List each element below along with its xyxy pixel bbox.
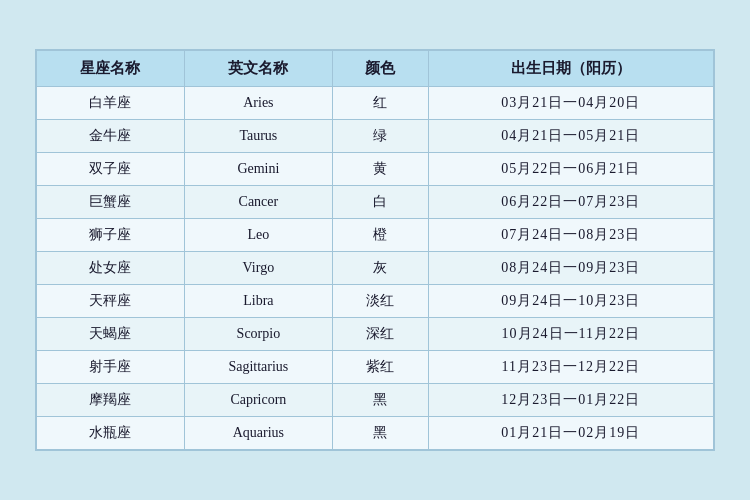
header-chinese-name: 星座名称 xyxy=(37,51,185,87)
dates-cell: 12月23日一01月22日 xyxy=(428,384,713,417)
color-cell: 灰 xyxy=(332,252,428,285)
color-cell: 淡红 xyxy=(332,285,428,318)
color-cell: 白 xyxy=(332,186,428,219)
dates-cell: 03月21日一04月20日 xyxy=(428,87,713,120)
english-name-cell: Aries xyxy=(184,87,332,120)
table-row: 狮子座Leo橙07月24日一08月23日 xyxy=(37,219,714,252)
chinese-name-cell: 天秤座 xyxy=(37,285,185,318)
dates-cell: 01月21日一02月19日 xyxy=(428,417,713,450)
table-row: 天秤座Libra淡红09月24日一10月23日 xyxy=(37,285,714,318)
chinese-name-cell: 金牛座 xyxy=(37,120,185,153)
zodiac-table: 星座名称 英文名称 颜色 出生日期（阳历） 白羊座Aries红03月21日一04… xyxy=(36,50,714,450)
chinese-name-cell: 白羊座 xyxy=(37,87,185,120)
color-cell: 黄 xyxy=(332,153,428,186)
dates-cell: 07月24日一08月23日 xyxy=(428,219,713,252)
header-dates: 出生日期（阳历） xyxy=(428,51,713,87)
table-row: 金牛座Taurus绿04月21日一05月21日 xyxy=(37,120,714,153)
english-name-cell: Aquarius xyxy=(184,417,332,450)
table-row: 处女座Virgo灰08月24日一09月23日 xyxy=(37,252,714,285)
dates-cell: 08月24日一09月23日 xyxy=(428,252,713,285)
table-row: 巨蟹座Cancer白06月22日一07月23日 xyxy=(37,186,714,219)
header-english-name: 英文名称 xyxy=(184,51,332,87)
table-row: 双子座Gemini黄05月22日一06月21日 xyxy=(37,153,714,186)
english-name-cell: Gemini xyxy=(184,153,332,186)
dates-cell: 10月24日一11月22日 xyxy=(428,318,713,351)
header-color: 颜色 xyxy=(332,51,428,87)
english-name-cell: Cancer xyxy=(184,186,332,219)
zodiac-table-container: 星座名称 英文名称 颜色 出生日期（阳历） 白羊座Aries红03月21日一04… xyxy=(35,49,715,451)
color-cell: 红 xyxy=(332,87,428,120)
english-name-cell: Capricorn xyxy=(184,384,332,417)
dates-cell: 09月24日一10月23日 xyxy=(428,285,713,318)
chinese-name-cell: 天蝎座 xyxy=(37,318,185,351)
chinese-name-cell: 水瓶座 xyxy=(37,417,185,450)
dates-cell: 06月22日一07月23日 xyxy=(428,186,713,219)
table-row: 射手座Sagittarius紫红11月23日一12月22日 xyxy=(37,351,714,384)
chinese-name-cell: 狮子座 xyxy=(37,219,185,252)
dates-cell: 04月21日一05月21日 xyxy=(428,120,713,153)
chinese-name-cell: 双子座 xyxy=(37,153,185,186)
english-name-cell: Scorpio xyxy=(184,318,332,351)
chinese-name-cell: 巨蟹座 xyxy=(37,186,185,219)
english-name-cell: Leo xyxy=(184,219,332,252)
color-cell: 绿 xyxy=(332,120,428,153)
table-header-row: 星座名称 英文名称 颜色 出生日期（阳历） xyxy=(37,51,714,87)
table-row: 水瓶座Aquarius黑01月21日一02月19日 xyxy=(37,417,714,450)
table-row: 天蝎座Scorpio深红10月24日一11月22日 xyxy=(37,318,714,351)
table-row: 白羊座Aries红03月21日一04月20日 xyxy=(37,87,714,120)
english-name-cell: Sagittarius xyxy=(184,351,332,384)
color-cell: 黑 xyxy=(332,417,428,450)
english-name-cell: Libra xyxy=(184,285,332,318)
color-cell: 黑 xyxy=(332,384,428,417)
color-cell: 橙 xyxy=(332,219,428,252)
english-name-cell: Virgo xyxy=(184,252,332,285)
chinese-name-cell: 摩羯座 xyxy=(37,384,185,417)
chinese-name-cell: 处女座 xyxy=(37,252,185,285)
table-row: 摩羯座Capricorn黑12月23日一01月22日 xyxy=(37,384,714,417)
dates-cell: 05月22日一06月21日 xyxy=(428,153,713,186)
english-name-cell: Taurus xyxy=(184,120,332,153)
color-cell: 紫红 xyxy=(332,351,428,384)
chinese-name-cell: 射手座 xyxy=(37,351,185,384)
color-cell: 深红 xyxy=(332,318,428,351)
table-body: 白羊座Aries红03月21日一04月20日金牛座Taurus绿04月21日一0… xyxy=(37,87,714,450)
dates-cell: 11月23日一12月22日 xyxy=(428,351,713,384)
